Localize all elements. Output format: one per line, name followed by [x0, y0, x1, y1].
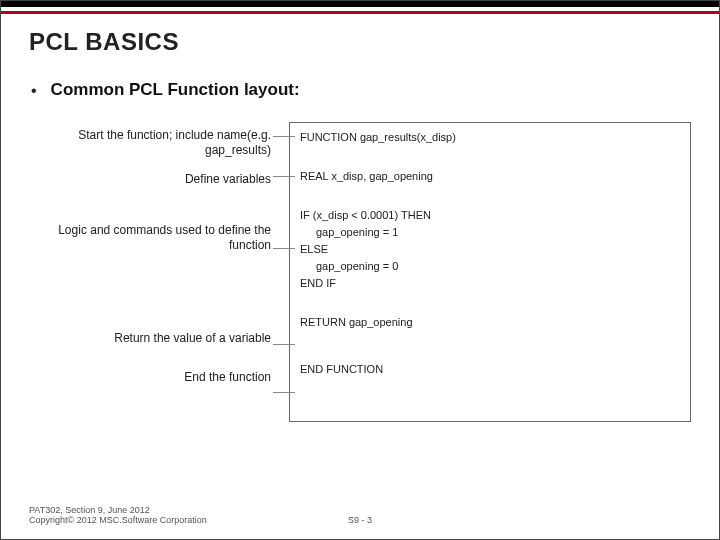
code-line-endif: END IF	[300, 275, 680, 292]
code-line-gap0: gap_opening = 0	[300, 258, 680, 275]
page-title: PCL BASICS	[29, 28, 691, 56]
connector-line	[273, 392, 295, 393]
footer: PAT302, Section 9, June 2012 Copyright© …	[29, 505, 691, 525]
label-end-function: End the function	[29, 370, 289, 385]
code-line-else: ELSE	[300, 241, 680, 258]
label-start-function: Start the function; include name(e.g. ga…	[29, 128, 289, 158]
connector-line	[273, 248, 295, 249]
footer-page: S9 - 3	[348, 515, 372, 525]
connector-line	[273, 176, 295, 177]
code-box: FUNCTION gap_results(x_disp) REAL x_disp…	[289, 122, 691, 422]
code-line-real: REAL x_disp, gap_opening	[300, 168, 680, 185]
bullet-list: • Common PCL Function layout:	[29, 80, 691, 102]
top-black-bar	[1, 1, 719, 7]
code-line-function: FUNCTION gap_results(x_disp)	[300, 129, 680, 146]
footer-left: PAT302, Section 9, June 2012 Copyright© …	[29, 505, 207, 525]
code-line-return: RETURN gap_opening	[300, 314, 680, 331]
code-line-gap1: gap_opening = 1	[300, 224, 680, 241]
content-area: PCL BASICS • Common PCL Function layout:…	[1, 14, 719, 422]
code-line-if: IF (x_disp < 0.0001) THEN	[300, 207, 680, 224]
label-logic: Logic and commands used to define the fu…	[29, 223, 289, 253]
footer-course: PAT302, Section 9, June 2012	[29, 505, 207, 515]
slide: PCL BASICS • Common PCL Function layout:…	[0, 0, 720, 540]
function-layout: Start the function; include name(e.g. ga…	[29, 122, 691, 422]
bullet-row: • Common PCL Function layout:	[29, 80, 691, 102]
label-return: Return the value of a variable	[29, 331, 289, 346]
connector-line	[273, 136, 295, 137]
labels-column: Start the function; include name(e.g. ga…	[29, 122, 289, 422]
label-define-variables: Define variables	[29, 172, 289, 187]
bullet-text: Common PCL Function layout:	[51, 80, 300, 100]
code-line-endfunction: END FUNCTION	[300, 361, 680, 378]
bullet-dot-icon: •	[29, 80, 37, 102]
footer-copyright: Copyright© 2012 MSC.Software Corporation	[29, 515, 207, 525]
connector-line	[273, 344, 295, 345]
